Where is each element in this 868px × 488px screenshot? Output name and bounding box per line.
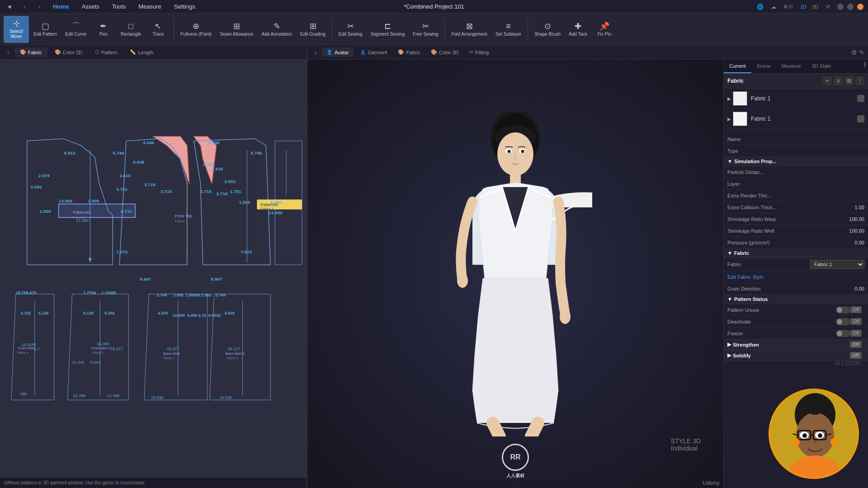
- tool-edit-grading[interactable]: ⊞ Edit Grading: [297, 16, 329, 43]
- menu-measure[interactable]: Measure: [136, 2, 164, 11]
- tab-fabric-3d[interactable]: 🎨 Fabric: [393, 47, 425, 57]
- segment-sewing-label: Segment Sewing: [371, 32, 405, 37]
- fabric-2-eye-icon[interactable]: [857, 115, 864, 122]
- view-settings-icon[interactable]: ⚙: [851, 49, 857, 56]
- toolbar-divider-1: [174, 18, 174, 41]
- color2d-icon: 🎨: [55, 49, 61, 55]
- toolbar-divider-2: [332, 18, 332, 41]
- pattern-canvas[interactable]: Pattern40 Fabric 1 5.913 5.746 4.040 4.0…: [0, 60, 307, 488]
- rrcg-subtitle: 人人素材: [506, 473, 524, 479]
- fabric-subsection-header[interactable]: ▼ Fabric: [724, 249, 868, 258]
- strengthen-header[interactable]: ▶ Strengthen Off: [724, 339, 868, 350]
- tab-nav-prev[interactable]: ‹: [4, 48, 13, 57]
- tool-edit-pattern[interactable]: ▢ Edit Pattern: [30, 16, 61, 43]
- tool-add-tack[interactable]: ✚ Add Tack: [565, 16, 591, 43]
- free-sewing-label: Free Sewing: [413, 32, 438, 37]
- tab-fabric[interactable]: 🎨 Fabric: [14, 47, 47, 57]
- props-tab-scene[interactable]: Scene: [751, 60, 776, 73]
- maximize-button[interactable]: [847, 4, 854, 10]
- close-button[interactable]: [857, 4, 863, 10]
- props-tab-measure[interactable]: Measure: [776, 60, 807, 73]
- mode-3d[interactable]: 3D: [812, 4, 818, 9]
- sim-props-header[interactable]: ▼ Simulation Prop...: [724, 157, 868, 166]
- view3d-tabbar: ‹ 👤 Avatar 👗 Garment 🎨 Fabric 🎨 Color 3D…: [307, 45, 868, 60]
- fabric-item-2[interactable]: ▶ Fabric 1: [724, 109, 868, 129]
- menu-tools[interactable]: Tools: [109, 2, 128, 11]
- fabric-item-1[interactable]: ▶ Fabric 1: [724, 89, 868, 109]
- tool-free-sewing[interactable]: ✂ Free Sewing: [409, 16, 442, 43]
- tool-select-move[interactable]: ⊹ Select/Move: [4, 16, 29, 43]
- menu-settings[interactable]: Settings: [171, 2, 198, 11]
- props-tab-current[interactable]: Current: [724, 60, 751, 73]
- prop-extra-collision: Extra Collision Thick... 1.00: [724, 202, 868, 213]
- tool-shape-brush[interactable]: ⊙ Shape Brush: [531, 16, 564, 43]
- status-message: ct/Move patterns in 3D garment window. U…: [4, 480, 146, 485]
- minimize-button[interactable]: [837, 4, 844, 10]
- tool-edit-sewing[interactable]: ✂ Edit Sewing: [335, 16, 366, 43]
- menu-file[interactable]: ◀: [5, 3, 14, 10]
- list-view-button[interactable]: ≡: [834, 76, 843, 85]
- pattern-status-header[interactable]: ▼ Pattern Status: [724, 295, 868, 304]
- tool-pen[interactable]: ✒ Pen: [91, 16, 116, 43]
- tab-fitting[interactable]: ✂ Fitting: [465, 47, 493, 57]
- tool-seam-allowance[interactable]: ⊞ Seam Allowance: [216, 16, 257, 43]
- tool-rectangle[interactable]: □ Rectangle: [117, 16, 145, 43]
- meas-back-16127: 16.127: [167, 347, 179, 352]
- webcam-overlay: [769, 389, 859, 479]
- grid-view-button[interactable]: ⊞: [844, 76, 854, 85]
- menu-assets[interactable]: Assets: [79, 2, 102, 11]
- tab-fitting-label: Fitting: [475, 50, 489, 55]
- refresh-icon[interactable]: ↺: [826, 4, 830, 10]
- tab-color3d[interactable]: 🎨 Color 3D: [426, 47, 463, 57]
- prop-edit-fabric-style[interactable]: Edit Fabric Style: [724, 271, 868, 283]
- tab-garment[interactable]: 👗 Garment: [355, 47, 392, 57]
- fabric-icon: 🎨: [20, 49, 26, 55]
- menu-home[interactable]: Home: [50, 2, 72, 11]
- tool-fold-arrangement[interactable]: ⊠ Fold Arrangement: [448, 16, 491, 43]
- tool-fullness[interactable]: ⊕ Fullness (Point): [177, 16, 215, 43]
- deactivate-toggle[interactable]: [836, 318, 850, 325]
- grain-direction-label: Grain Direction: [727, 286, 855, 291]
- 3d-viewport[interactable]: STYLE 3D Individual RR 人人素材 Udemy: [307, 60, 723, 488]
- tool-segment-sewing[interactable]: ⊏ Segment Sewing: [367, 16, 409, 43]
- tab-avatar[interactable]: 👤 Avatar: [322, 47, 354, 57]
- props-tab-3dstate[interactable]: 3D State: [807, 60, 837, 73]
- pattern-unuse-toggle[interactable]: [836, 306, 850, 314]
- rectangle-icon: □: [128, 22, 133, 30]
- tab-color2d[interactable]: 🎨 Color 2D: [49, 47, 88, 57]
- meas-3716-3: 3.716: [200, 189, 212, 194]
- version-text: V6.2.1027(Pt: [835, 361, 861, 366]
- tool-trace[interactable]: ↖ Trace: [146, 16, 171, 43]
- version-label: V6.2.1027(Pt: [723, 359, 864, 368]
- window-controls: 🌐 ☁ ⊞ ⊡ 2D 3D ↺: [757, 4, 863, 10]
- props-collapse-icon[interactable]: ⟩: [862, 60, 868, 73]
- svg-point-29: [793, 438, 800, 446]
- deactivate-knob: [837, 319, 842, 324]
- fabric-dropdown[interactable]: Fabric 1: [810, 260, 864, 269]
- tool-set-sublayer[interactable]: ≡ Set Sublayer: [492, 16, 525, 43]
- meas-17764: 1.7764: [83, 291, 95, 295]
- meas-1500-l: 1.500: [40, 209, 51, 214]
- view-edit-icon[interactable]: ✎: [859, 49, 864, 56]
- freeze-badge: Off: [850, 330, 862, 337]
- toolbar: ⊹ Select/Move ▢ Edit Pattern ⌒ Edit Curv…: [0, 14, 868, 45]
- tab-length[interactable]: 📏 Length: [124, 47, 159, 57]
- nav-forward[interactable]: ›: [35, 2, 42, 11]
- pressure-label: Pressure (g/mm/s²): [727, 240, 855, 245]
- 3d-nav-prev[interactable]: ‹: [311, 48, 320, 57]
- tab-pattern[interactable]: ⬡ Pattern: [90, 47, 123, 57]
- add-fabric-button[interactable]: +: [823, 76, 832, 85]
- tool-edit-curve[interactable]: ⌒ Edit Curve: [61, 16, 90, 43]
- mode-2d[interactable]: 2D: [800, 4, 807, 9]
- more-options-button[interactable]: ⋮: [855, 76, 864, 85]
- fabric-1-eye-icon[interactable]: [857, 95, 864, 102]
- edit-sewing-label: Edit Sewing: [339, 32, 363, 37]
- meas-1500-r: 1.500: [239, 200, 250, 205]
- tool-fix-pin[interactable]: 📌 Fix Pin: [592, 16, 617, 43]
- nav-back[interactable]: ‹: [21, 2, 28, 11]
- tool-add-annotation[interactable]: ✎ Add Annotation: [258, 16, 296, 43]
- freeze-toggle[interactable]: [836, 330, 850, 337]
- meas-back2-16127: 16.127: [228, 347, 240, 352]
- shape-brush-label: Shape Brush: [534, 32, 561, 37]
- meas-11000-r: 11.000: [269, 210, 283, 215]
